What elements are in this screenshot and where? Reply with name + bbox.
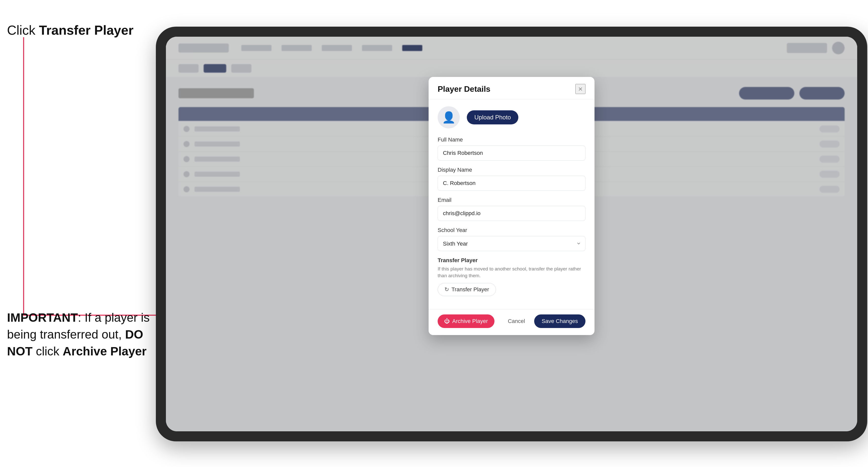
modal-close-button[interactable]: × (576, 84, 585, 94)
cancel-button[interactable]: Cancel (503, 314, 530, 328)
archive-icon: ⏻ (444, 318, 450, 324)
display-name-label: Display Name (438, 167, 585, 173)
transfer-section: Transfer Player If this player has moved… (438, 257, 585, 296)
display-name-group: Display Name (438, 167, 585, 191)
school-year-group: School Year First Year Second Year Third… (438, 227, 585, 251)
transfer-description: If this player has moved to another scho… (438, 266, 585, 279)
modal-title: Player Details (438, 85, 490, 94)
avatar-section: 👤 Upload Photo (438, 106, 585, 128)
email-label: Email (438, 197, 585, 203)
annotation-vertical-line (23, 37, 24, 316)
email-group: Email (438, 197, 585, 221)
bottom-instruction: IMPORTANT: If a player is being transfer… (7, 309, 153, 360)
full-name-label: Full Name (438, 136, 585, 143)
archive-player-button[interactable]: ⏻ Archive Player (438, 314, 494, 328)
instruction-bold: Transfer Player (39, 23, 133, 37)
archive-player-label: Archive Player (63, 345, 147, 358)
school-year-label: School Year (438, 227, 585, 234)
avatar-icon: 👤 (442, 111, 456, 124)
archive-btn-label: Archive Player (452, 318, 488, 324)
player-details-modal: Player Details × 👤 Upload Photo Full Nam (429, 77, 594, 335)
tablet-device: Player Details × 👤 Upload Photo Full Nam (156, 27, 867, 441)
instruction-prefix: Click (7, 23, 39, 37)
modal-footer: ⏻ Archive Player Cancel Save Changes (429, 309, 594, 335)
tablet-screen: Player Details × 👤 Upload Photo Full Nam (166, 37, 857, 431)
upload-photo-button[interactable]: Upload Photo (467, 110, 518, 124)
transfer-section-label: Transfer Player (438, 257, 585, 264)
email-input[interactable] (438, 206, 585, 221)
transfer-icon: ↻ (444, 286, 449, 293)
full-name-group: Full Name (438, 136, 585, 161)
top-instruction: Click Transfer Player (7, 23, 133, 38)
important-label: IMPORTANT (7, 311, 78, 324)
app-background: Player Details × 👤 Upload Photo Full Nam (166, 37, 857, 431)
full-name-input[interactable] (438, 146, 585, 161)
school-year-select[interactable]: First Year Second Year Third Year Fourth… (438, 236, 585, 251)
display-name-input[interactable] (438, 176, 585, 191)
modal-body: 👤 Upload Photo Full Name Display Name (429, 99, 594, 309)
save-changes-button[interactable]: Save Changes (534, 314, 585, 328)
instruction-suffix: click (32, 345, 63, 358)
transfer-btn-label: Transfer Player (452, 286, 489, 293)
transfer-player-button[interactable]: ↻ Transfer Player (438, 283, 496, 296)
avatar-circle: 👤 (438, 106, 460, 128)
modal-header: Player Details × (429, 77, 594, 99)
